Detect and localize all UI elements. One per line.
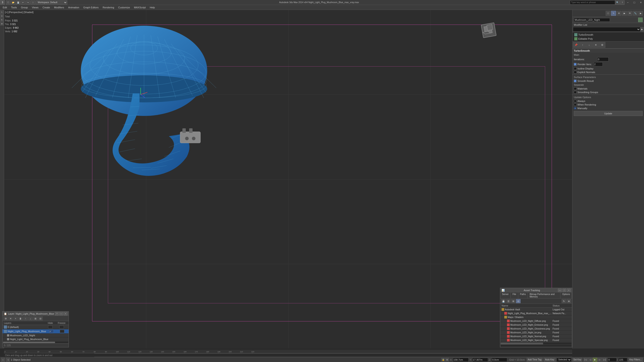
layer-hide-selected[interactable]: ✓ [46, 330, 57, 333]
menu-help[interactable]: Help [148, 6, 157, 9]
move-tool[interactable]: ✛ [0, 14, 4, 18]
asset-row-maps[interactable]: Maps / Shaders [500, 315, 572, 319]
layer-scroll-thumb[interactable] [3, 342, 55, 343]
always-radio[interactable] [574, 100, 576, 102]
new-btn[interactable]: ☐ [6, 0, 10, 4]
render-iters-input[interactable] [594, 62, 603, 66]
asset-menu-bitmap[interactable]: Bitmap Performance and Memory [528, 293, 560, 298]
asset-menu-file[interactable]: File [510, 293, 518, 298]
redo-btn[interactable]: ↪ [26, 0, 30, 4]
go-to-start-btn[interactable]: |◁ [583, 358, 588, 362]
scale-tool[interactable]: ⊕ [0, 22, 4, 25]
turbosmooth-modifier[interactable]: TurboSmooth [573, 33, 644, 37]
color-swatch[interactable] [638, 17, 643, 22]
manually-radio[interactable] [574, 107, 576, 110]
asset-refresh-btn[interactable]: ↻ [562, 299, 566, 303]
maximize-btn[interactable]: □ [631, 0, 638, 5]
render-setup-btn[interactable]: □ [31, 0, 35, 4]
rotate-tool[interactable]: ↻ [0, 18, 4, 22]
add-time-tag-btn[interactable]: Add Time Tag [526, 358, 543, 362]
help-btn[interactable]: ? [620, 0, 624, 4]
layer-delete-btn[interactable]: 🗑 [18, 317, 23, 321]
layer-minimize-btn[interactable]: — [59, 312, 63, 315]
utility-tab[interactable]: 🔧 [633, 11, 638, 16]
auto-key-btn[interactable]: Auto Key [544, 358, 556, 362]
layer-freeze-selected[interactable] [57, 330, 67, 333]
layer-row-led-night[interactable]: Mushroom_LED_Night [2, 334, 68, 338]
asset-menu-paths[interactable]: Paths [518, 293, 528, 298]
layer-move-down-btn[interactable]: ↓ [28, 317, 33, 321]
asset-list-view-btn[interactable]: ☰ [506, 299, 510, 303]
layer-add-btn[interactable]: + [13, 317, 18, 321]
set-key-btn[interactable]: Set Key [572, 358, 582, 362]
smoothing-groups-checkbox[interactable] [574, 91, 576, 94]
nav-cube[interactable] [480, 21, 498, 39]
layer-hide-checkbox[interactable] [45, 326, 56, 329]
move-modifier-up[interactable]: ↑ [580, 42, 586, 48]
asset-active-view-btn[interactable]: ⊟ [516, 299, 520, 303]
asset-save-btn[interactable]: 💾 [501, 299, 506, 303]
asset-row-normal[interactable]: Mushroom_LED_Night_Normal.png Found [500, 335, 572, 338]
modifier-expand-btn[interactable]: ▶ [640, 27, 644, 31]
menu-group[interactable]: Group [19, 6, 30, 9]
asset-scroll-thumb[interactable] [501, 343, 543, 345]
menu-views[interactable]: Views [30, 6, 40, 9]
layer-row-plug-mushroom[interactable]: Night_Light_Plug_Mushroom_Blue [2, 338, 68, 341]
nav-cube-shape[interactable] [481, 22, 496, 38]
smooth-result-checkbox[interactable] [574, 80, 576, 82]
workspace-dropdown[interactable]: Workspace: Default [36, 0, 67, 4]
prev-frame-btn[interactable]: ◁ [588, 358, 592, 362]
asset-row-max-file[interactable]: Night_Light_Plug_Mushroom_Blue_max_vray.… [500, 312, 572, 315]
layer-settings-btn[interactable]: ⚙ [4, 317, 8, 321]
go-to-end-btn[interactable]: ▷| [602, 358, 607, 362]
asset-row-vault[interactable]: Autodesk Vault Logged Out [500, 308, 572, 312]
asset-detail-view-btn[interactable]: ⊞ [511, 299, 516, 303]
create-tab[interactable]: ⬡ [606, 11, 610, 16]
layer-row-default[interactable]: 0 (default) [2, 325, 68, 329]
asset-row-diffuse[interactable]: Mushroom_LED_Night_Diffuse.png Found [500, 319, 572, 323]
display-tab[interactable]: 👁 [627, 11, 632, 16]
menu-tools[interactable]: Tools [9, 6, 19, 9]
modifier-dropdown[interactable] [573, 27, 640, 31]
current-frame-input[interactable] [608, 358, 617, 362]
asset-row-lor[interactable]: Mushroom_LED_Night_lor.png Found [500, 331, 572, 335]
hierarchy-tab[interactable]: ⚙ [616, 11, 622, 16]
layer-move-up-btn[interactable]: ↑ [23, 317, 28, 321]
time-slider-btn[interactable]: ◁ [6, 358, 10, 362]
asset-menu-options[interactable]: Options [560, 293, 572, 298]
motion-tab[interactable]: ▶ [622, 11, 627, 16]
asset-expand-btn[interactable]: ⊕ [566, 299, 571, 303]
asset-row-specular[interactable]: Mushroom_LED_Night_Specular.png Found [500, 338, 572, 342]
asset-close-btn[interactable]: × [567, 289, 571, 292]
y-input[interactable] [472, 358, 488, 362]
update-button[interactable]: Update [574, 111, 643, 116]
save-btn[interactable]: 💾 [16, 0, 20, 4]
menu-maxscript[interactable]: MAXScript [132, 6, 148, 9]
select-tool[interactable]: ↖ [0, 10, 4, 14]
menu-animation[interactable]: Animation [66, 6, 81, 9]
layer-row-mushroom-blue[interactable]: Night_Light_Plug_Mushroom_Blue ✓ [2, 329, 68, 334]
materials-checkbox[interactable] [574, 87, 576, 90]
key-filters-btn[interactable]: Key Filters... [628, 358, 643, 362]
menu-rendering[interactable]: Rendering [101, 6, 116, 9]
layer-close-btn[interactable]: × [64, 312, 67, 315]
isoline-checkbox[interactable] [574, 67, 576, 70]
next-frame-btn[interactable]: ▷ [598, 358, 602, 362]
z-input[interactable] [492, 358, 507, 362]
lock-icon[interactable]: 🔒 [441, 358, 445, 362]
viewport[interactable]: [+] [Perspective] [Shaded] Total Polys: … [4, 10, 572, 349]
render-iters-checkbox[interactable] [574, 63, 576, 66]
minimize-btn[interactable]: − [624, 0, 631, 5]
configure-modifier[interactable]: ⚙ [599, 42, 606, 48]
object-name-input[interactable] [574, 18, 610, 22]
asset-row-glossiness[interactable]: Mushroom_LED_Night_Glossiness.png Found [500, 327, 572, 331]
layer-help-btn[interactable]: ? [55, 312, 59, 315]
explicit-normals-checkbox[interactable] [574, 71, 576, 73]
layer-freeze-checkbox[interactable] [56, 326, 67, 329]
menu-create[interactable]: Create [41, 6, 52, 9]
asset-vertical-scrollbar[interactable] [501, 345, 572, 347]
undo-btn[interactable]: ↩ [21, 0, 25, 4]
search-btn[interactable]: 🔍 [615, 0, 620, 4]
pin-tool[interactable]: 📌 [573, 42, 579, 48]
when-rendering-radio[interactable] [574, 103, 576, 106]
